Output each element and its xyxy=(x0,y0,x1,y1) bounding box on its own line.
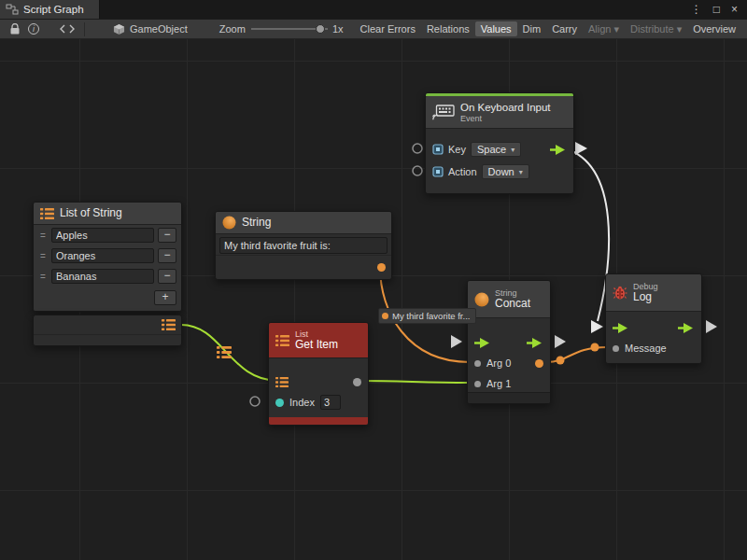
list-icon xyxy=(217,345,232,359)
index-input-port[interactable] xyxy=(275,399,284,407)
list-output-port[interactable] xyxy=(162,318,176,331)
code-icon[interactable] xyxy=(56,24,78,34)
dim-button[interactable]: Dim xyxy=(517,21,547,36)
green-arrow-icon xyxy=(613,322,629,334)
arg0-row: Arg 0 xyxy=(468,353,550,373)
list-item-input[interactable] xyxy=(51,228,154,243)
keycode-type-icon xyxy=(432,144,444,155)
remove-item-button[interactable]: − xyxy=(158,228,176,243)
remove-item-button[interactable]: − xyxy=(158,269,176,284)
node-accent-footer xyxy=(269,417,368,425)
wire-value-preview-text: My third favorite fr... xyxy=(392,311,470,321)
string-output-row xyxy=(216,255,391,279)
list-item-input[interactable] xyxy=(51,269,154,284)
chevron-down-icon: ▾ xyxy=(677,23,683,35)
list-io-row xyxy=(269,371,368,392)
flow-output-port[interactable] xyxy=(527,337,543,349)
index-input[interactable] xyxy=(320,395,341,410)
flow-arrow-concat-in xyxy=(451,335,462,348)
drag-handle-icon[interactable]: = xyxy=(38,231,48,241)
node-footer xyxy=(468,392,550,403)
node-header: On Keyboard Input Event xyxy=(426,96,573,129)
distribute-button[interactable]: Distribute ▾ xyxy=(625,21,687,37)
restore-window-icon[interactable]: □ xyxy=(713,3,720,16)
gameobject-button[interactable]: GameObject xyxy=(107,21,193,37)
string-value-dot xyxy=(382,313,388,319)
getitem-index-input-port[interactable] xyxy=(250,397,260,406)
keyboard-key-input-port[interactable] xyxy=(413,144,422,153)
string-output-port[interactable] xyxy=(377,263,386,272)
chevron-down-icon: ▾ xyxy=(519,168,523,176)
relations-button[interactable]: Relations xyxy=(421,21,475,36)
list-item-input[interactable] xyxy=(51,248,154,263)
info-icon[interactable]: i xyxy=(24,23,43,35)
message-label: Message xyxy=(625,343,667,354)
action-row: Action Down ▾ xyxy=(426,161,573,183)
clear-errors-button[interactable]: Clear Errors xyxy=(355,21,421,36)
flow-input-port[interactable] xyxy=(613,322,629,334)
message-row: Message xyxy=(606,338,701,358)
flow-output-port[interactable] xyxy=(550,144,567,156)
action-label: Action xyxy=(448,166,477,177)
gameobject-icon xyxy=(113,23,125,35)
values-button[interactable]: Values xyxy=(475,21,517,36)
menu-icon[interactable]: ⋮ xyxy=(691,3,702,16)
flow-arrowhead-keyboard-out xyxy=(575,142,587,155)
tab-script-graph[interactable]: Script Graph xyxy=(0,0,100,19)
overview-button[interactable]: Overview xyxy=(687,21,741,36)
item-output-port[interactable] xyxy=(353,378,361,386)
node-title: String xyxy=(242,217,271,229)
node-string-literal[interactable]: String xyxy=(215,211,392,280)
node-on-keyboard-input[interactable]: On Keyboard Input Event Key Space ▾ xyxy=(425,92,574,194)
list-add-row: + xyxy=(34,287,181,309)
zoom-slider-handle[interactable] xyxy=(316,24,325,34)
index-row: Index xyxy=(269,392,368,413)
message-input-port[interactable] xyxy=(613,345,619,352)
node-list-of-string-ports[interactable] xyxy=(33,315,182,346)
key-dropdown[interactable]: Space ▾ xyxy=(471,142,521,157)
wire-getitem-to-concat-arg1[interactable] xyxy=(359,381,470,383)
script-graph-icon xyxy=(6,4,19,15)
node-log[interactable]: Debug Log xyxy=(605,273,702,364)
string-value-input[interactable] xyxy=(219,237,388,254)
node-header: String xyxy=(216,212,391,234)
action-dropdown[interactable]: Down ▾ xyxy=(482,164,529,179)
arg1-input-port[interactable] xyxy=(474,381,481,387)
list-icon xyxy=(40,207,54,220)
carry-button[interactable]: Carry xyxy=(546,21,583,36)
node-get-item[interactable]: List Get Item Index xyxy=(268,322,369,426)
list-input-port[interactable] xyxy=(275,376,289,388)
value-dot xyxy=(557,357,565,365)
remove-item-button[interactable]: − xyxy=(158,248,176,263)
graph-canvas[interactable]: My third favorite fr... List of String =… xyxy=(0,39,747,560)
node-concat[interactable]: String Concat xyxy=(467,280,551,404)
flow-input-port[interactable] xyxy=(474,337,491,349)
graph-toolbar: i GameObject Zoom 1x Clear Errors Relati… xyxy=(0,19,747,39)
result-output-port[interactable] xyxy=(535,359,543,368)
key-row: Key Space ▾ xyxy=(426,138,573,161)
titlebar: Script Graph ⋮ □ × xyxy=(0,0,747,19)
arg0-input-port[interactable] xyxy=(474,360,481,367)
node-header: List Get Item xyxy=(269,323,368,358)
align-button[interactable]: Align ▾ xyxy=(583,21,625,37)
green-arrow-icon xyxy=(678,322,695,334)
close-icon[interactable]: × xyxy=(731,3,738,16)
wire-value-preview: My third favorite fr... xyxy=(378,308,476,324)
node-list-of-string[interactable]: List of String = − = − = − xyxy=(33,202,182,312)
chevron-down-icon: ▾ xyxy=(511,146,514,154)
list-items: = − = − = − + xyxy=(34,225,181,311)
flow-row xyxy=(468,332,550,353)
add-item-button[interactable]: + xyxy=(154,290,176,305)
flow-arrow-log-out xyxy=(706,320,717,333)
zoom-label: Zoom xyxy=(219,23,246,35)
node-title: Log xyxy=(633,291,658,303)
string-field-row xyxy=(216,234,391,255)
drag-handle-icon[interactable]: = xyxy=(38,251,48,261)
keyboard-action-input-port[interactable] xyxy=(413,166,422,175)
flow-output-port[interactable] xyxy=(678,322,695,334)
wire-value-badge-list xyxy=(217,345,232,363)
drag-handle-icon[interactable]: = xyxy=(38,272,48,282)
zoom-slider[interactable] xyxy=(251,23,328,35)
lock-icon[interactable] xyxy=(6,23,24,35)
arg0-label: Arg 0 xyxy=(486,357,511,369)
